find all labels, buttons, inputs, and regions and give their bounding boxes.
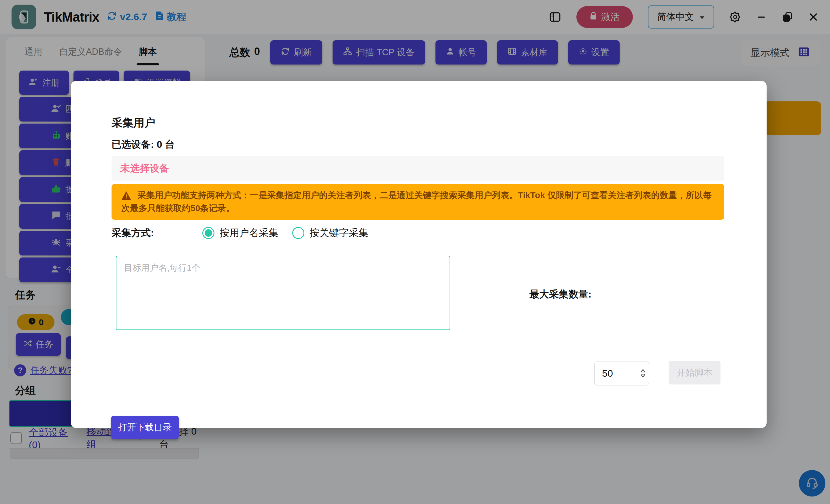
open-download-dir-button[interactable]: 打开下载目录 xyxy=(111,416,179,439)
max-count-input-wrap xyxy=(594,361,649,385)
warning-triangle-icon xyxy=(121,191,131,200)
number-stepper[interactable] xyxy=(641,362,645,385)
start-script-button[interactable]: 开始脚本 xyxy=(669,361,721,384)
modal-title: 采集用户 xyxy=(111,115,155,130)
max-count-label: 最大采集数量: xyxy=(530,288,592,301)
radio-by-keyword-label[interactable]: 按关键字采集 xyxy=(310,226,368,240)
target-usernames-input[interactable] xyxy=(116,256,450,330)
collect-method-row: 采集方式: 按用户名采集 按关键字采集 xyxy=(111,224,368,242)
no-device-box: 未选择设备 xyxy=(111,156,724,180)
collect-users-modal: 采集用户 已选设备: 0 台 未选择设备 采集用户功能支持两种方式：一是采集指定… xyxy=(71,81,767,428)
warning-message: 采集用户功能支持两种方式：一是采集指定用户的关注者列表，二是通过关键字搜索采集用… xyxy=(111,184,724,220)
radio-by-username-label[interactable]: 按用户名采集 xyxy=(220,226,278,240)
radio-by-keyword[interactable] xyxy=(292,227,304,239)
no-device-text: 未选择设备 xyxy=(120,162,169,175)
method-label: 采集方式: xyxy=(111,226,154,240)
radio-by-username[interactable] xyxy=(202,227,215,239)
max-count-input[interactable] xyxy=(595,368,629,379)
selected-devices-label: 已选设备: 0 台 xyxy=(111,138,174,151)
